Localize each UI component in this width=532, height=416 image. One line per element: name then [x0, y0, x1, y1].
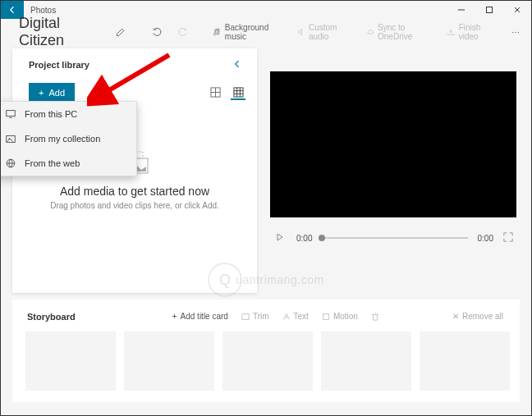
- close-button[interactable]: [503, 1, 531, 19]
- storyboard-slot[interactable]: [124, 331, 214, 391]
- svg-rect-5: [233, 87, 242, 96]
- custom-audio-button[interactable]: Custom audio: [291, 20, 357, 44]
- more-button[interactable]: ⋯: [505, 25, 526, 40]
- svg-rect-1: [487, 7, 493, 13]
- svg-rect-15: [7, 111, 16, 117]
- plus-icon: +: [39, 88, 44, 98]
- finish-video-label: Finish video: [459, 23, 497, 41]
- monitor-icon: [5, 108, 16, 120]
- background-music-button[interactable]: Background music: [208, 20, 288, 44]
- redo-button[interactable]: [172, 24, 195, 40]
- storyboard-slot[interactable]: [321, 331, 411, 391]
- project-library-title: Project library: [29, 60, 89, 70]
- undo-button[interactable]: [145, 24, 168, 40]
- text-label: Text: [294, 312, 309, 321]
- view-small-grid-button[interactable]: [231, 85, 245, 100]
- playback-progress[interactable]: [322, 237, 467, 239]
- preview-panel: 0:00 0:00: [257, 45, 531, 296]
- background-music-label: Background music: [225, 23, 284, 41]
- playback-total-time: 0:00: [478, 234, 493, 243]
- custom-audio-label: Custom audio: [309, 23, 353, 41]
- storyboard-cards[interactable]: [22, 331, 510, 391]
- playback-controls: 0:00 0:00: [270, 217, 516, 258]
- from-the-web-item[interactable]: From the web: [0, 151, 136, 176]
- view-large-grid-button[interactable]: [208, 85, 222, 100]
- collection-icon: [5, 133, 16, 144]
- add-button[interactable]: + Add: [29, 83, 75, 103]
- fullscreen-button[interactable]: [503, 232, 513, 244]
- remove-all-button[interactable]: ✕ Remove all: [446, 309, 510, 323]
- storyboard-slot[interactable]: [25, 331, 116, 391]
- storyboard-panel: Storyboard + Add title card Trim Text Mo…: [12, 299, 520, 402]
- from-the-web-label: From the web: [25, 158, 80, 168]
- svg-rect-14: [323, 313, 329, 319]
- library-empty-subtitle: Drag photos and video clips here, or cli…: [29, 201, 241, 210]
- trim-label: Trim: [253, 312, 269, 321]
- window-title: Photos: [24, 6, 447, 15]
- toolbar: Digital Citizen Background music Custom …: [1, 19, 531, 45]
- storyboard-title: Storyboard: [27, 312, 76, 322]
- plus-icon: +: [172, 312, 177, 321]
- storyboard-slot[interactable]: [222, 331, 313, 391]
- rename-button[interactable]: [109, 24, 132, 40]
- add-source-dropdown: From this PC From my collection From the…: [0, 101, 137, 176]
- from-my-collection-item[interactable]: From my collection: [0, 126, 136, 151]
- storyboard-slot[interactable]: [420, 331, 510, 391]
- svg-rect-13: [242, 313, 249, 319]
- from-my-collection-label: From my collection: [25, 134, 100, 144]
- add-title-card-label: Add title card: [181, 312, 228, 321]
- close-icon: ✕: [452, 312, 459, 321]
- collapse-library-button[interactable]: [229, 57, 245, 73]
- library-empty-title: Add media to get started now: [29, 185, 241, 198]
- project-name: Digital Citizen: [6, 15, 106, 49]
- motion-label: Motion: [333, 312, 358, 321]
- playback-current-time: 0:00: [296, 234, 312, 243]
- add-button-label: Add: [48, 88, 65, 98]
- globe-icon: [5, 158, 16, 169]
- sync-onedrive-button[interactable]: Sync to OneDrive: [361, 20, 439, 44]
- remove-all-label: Remove all: [462, 312, 503, 321]
- text-button[interactable]: Text: [276, 309, 315, 323]
- play-button[interactable]: [273, 233, 287, 243]
- delete-button[interactable]: [365, 310, 386, 323]
- maximize-button[interactable]: [475, 1, 503, 19]
- motion-button[interactable]: Motion: [315, 309, 365, 323]
- finish-video-button[interactable]: Finish video: [442, 20, 502, 44]
- minimize-button[interactable]: [447, 1, 475, 19]
- trim-button[interactable]: Trim: [235, 309, 276, 323]
- from-this-pc-label: From this PC: [25, 109, 77, 119]
- from-this-pc-item[interactable]: From this PC: [0, 102, 136, 126]
- video-preview[interactable]: [270, 71, 516, 217]
- sync-onedrive-label: Sync to OneDrive: [378, 23, 433, 41]
- add-title-card-button[interactable]: + Add title card: [166, 309, 235, 323]
